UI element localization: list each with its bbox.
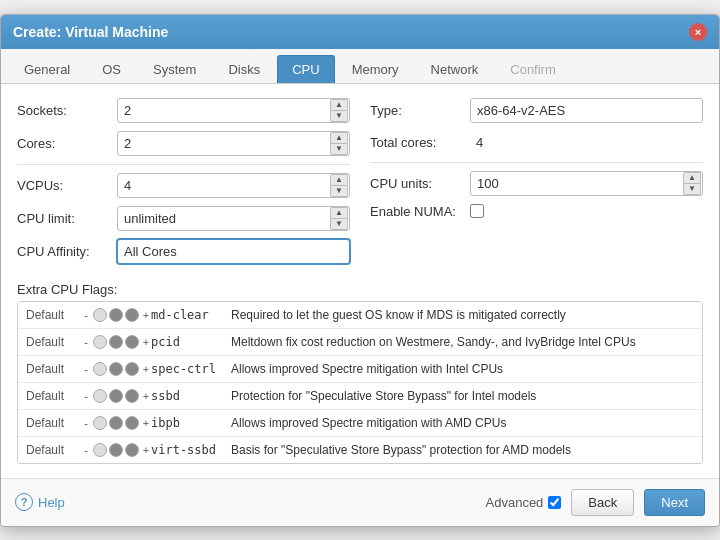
flag-default: Default [26,362,81,376]
flag-row: Default - + ssbd Protection for "Specula… [18,383,702,410]
flag-toggle[interactable]: - + [81,308,151,322]
toggle-plus[interactable]: + [141,417,151,429]
flags-table: Default - + md-clear Required to let the… [17,301,703,464]
flag-toggle[interactable]: - + [81,362,151,376]
cores-label: Cores: [17,136,117,151]
type-select[interactable]: x86-64-v2-AES [470,98,703,123]
tab-cpu[interactable]: CPU [277,55,334,83]
cpu-limit-row: CPU limit: ▲ ▼ [17,206,350,231]
tab-system[interactable]: System [138,55,211,83]
toggle-dot-1 [93,389,107,403]
vcpus-spinner: ▲ ▼ [330,174,348,197]
footer-right: Advanced Back Next [486,489,705,516]
cores-row: Cores: ▲ ▼ [17,131,350,156]
flag-toggle[interactable]: - + [81,389,151,403]
dialog-header: Create: Virtual Machine × [1,15,719,49]
flag-name: spec-ctrl [151,362,231,376]
toggle-dot-1 [93,308,107,322]
sockets-input[interactable] [117,98,350,123]
toggle-dot-1 [93,335,107,349]
sockets-down[interactable]: ▼ [330,110,348,122]
tab-memory[interactable]: Memory [337,55,414,83]
toggle-plus[interactable]: + [141,444,151,456]
enable-numa-checkbox[interactable] [470,204,484,218]
flag-row: Default - + spec-ctrl Allows improved Sp… [18,356,702,383]
cpu-affinity-input[interactable] [117,239,350,264]
close-button[interactable]: × [689,23,707,41]
flag-desc: Required to let the guest OS know if MDS… [231,308,694,322]
toggle-dot-3 [125,362,139,376]
extra-flags-section: Extra CPU Flags: Default - + md-clear Re… [17,282,703,464]
vcpus-up[interactable]: ▲ [330,174,348,185]
toggle-dot-2 [109,389,123,403]
flag-name: virt-ssbd [151,443,231,457]
flag-name: ssbd [151,389,231,403]
tab-disks[interactable]: Disks [213,55,275,83]
cpu-units-down[interactable]: ▼ [683,183,701,195]
total-cores-label: Total cores: [370,135,470,150]
enable-numa-row: Enable NUMA: [370,204,703,219]
flag-toggle[interactable]: - + [81,335,151,349]
flags-body[interactable]: Default - + md-clear Required to let the… [18,302,702,463]
sockets-up[interactable]: ▲ [330,99,348,110]
flag-toggle[interactable]: - + [81,416,151,430]
cpu-limit-down[interactable]: ▼ [330,218,348,230]
toggle-minus[interactable]: - [81,336,91,348]
flag-name: ibpb [151,416,231,430]
toggle-dots [93,308,139,322]
toggle-plus[interactable]: + [141,336,151,348]
toggle-dot-3 [125,389,139,403]
flag-desc: Protection for "Speculative Store Bypass… [231,389,694,403]
toggle-plus[interactable]: + [141,309,151,321]
type-select-wrap: x86-64-v2-AES [470,98,703,123]
toggle-dot-2 [109,335,123,349]
flag-name: md-clear [151,308,231,322]
sockets-spinner: ▲ ▼ [330,99,348,122]
vcpus-down[interactable]: ▼ [330,185,348,197]
dialog-title: Create: Virtual Machine [13,24,168,40]
cpu-limit-input[interactable] [117,206,350,231]
toggle-minus[interactable]: - [81,309,91,321]
flag-default: Default [26,335,81,349]
toggle-minus[interactable]: - [81,363,91,375]
toggle-dot-3 [125,416,139,430]
cores-up[interactable]: ▲ [330,132,348,143]
sockets-row: Sockets: ▲ ▼ [17,98,350,123]
toggle-minus[interactable]: - [81,417,91,429]
cpu-units-spinner: ▲ ▼ [683,172,701,195]
advanced-wrap: Advanced [486,495,562,510]
help-button[interactable]: ? Help [15,493,65,511]
toggle-plus[interactable]: + [141,363,151,375]
flag-desc: Meltdown fix cost reduction on Westmere,… [231,335,694,349]
cores-down[interactable]: ▼ [330,143,348,155]
cpu-limit-up[interactable]: ▲ [330,207,348,218]
tab-general[interactable]: General [9,55,85,83]
sockets-input-wrap: ▲ ▼ [117,98,350,123]
help-icon: ? [15,493,33,511]
toggle-dot-3 [125,308,139,322]
toggle-minus[interactable]: - [81,444,91,456]
tab-network[interactable]: Network [416,55,494,83]
toggle-minus[interactable]: - [81,390,91,402]
toggle-plus[interactable]: + [141,390,151,402]
flag-default: Default [26,389,81,403]
cpu-units-row: CPU units: ▲ ▼ [370,171,703,196]
advanced-label: Advanced [486,495,544,510]
toggle-dot-2 [109,416,123,430]
tab-os[interactable]: OS [87,55,136,83]
right-column: Type: x86-64-v2-AES Total cores: 4 CPU u… [370,98,703,272]
cores-input[interactable] [117,131,350,156]
cpu-units-up[interactable]: ▲ [683,172,701,183]
back-button[interactable]: Back [571,489,634,516]
vcpus-input[interactable] [117,173,350,198]
sockets-label: Sockets: [17,103,117,118]
flag-toggle[interactable]: - + [81,443,151,457]
cpu-units-input[interactable] [470,171,703,196]
advanced-checkbox[interactable] [548,496,561,509]
create-vm-dialog: Create: Virtual Machine × General OS Sys… [0,14,720,527]
cores-spinner: ▲ ▼ [330,132,348,155]
toggle-dots [93,416,139,430]
left-column: Sockets: ▲ ▼ Cores: ▲ [17,98,350,272]
next-button[interactable]: Next [644,489,705,516]
cpu-units-label: CPU units: [370,176,470,191]
